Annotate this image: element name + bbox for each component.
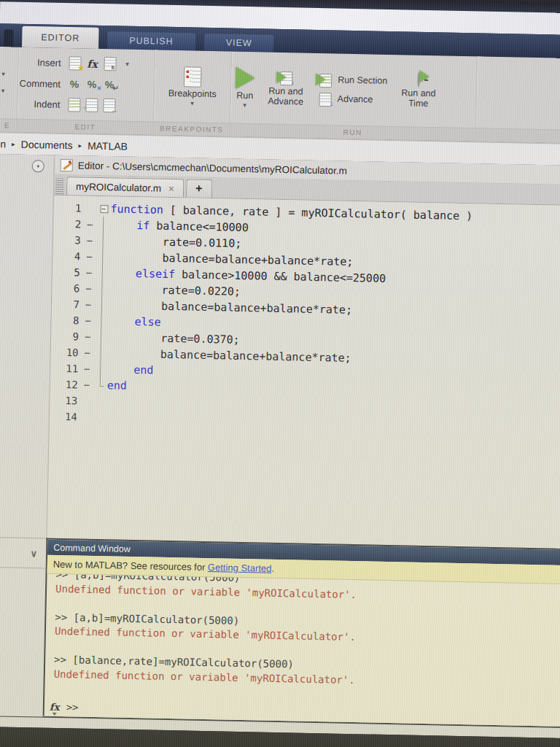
code-text: end — [107, 363, 154, 376]
line-number: 5 — [52, 266, 86, 279]
toolbar-group-edit: Insert ★ fx fi ▾ — [18, 47, 155, 135]
panel-collapse-row: ∨ — [0, 538, 47, 569]
fold-marker — [93, 393, 106, 409]
document-tab-label: myROICalculator.m — [76, 181, 161, 193]
indent-right-button[interactable]: → — [82, 98, 100, 112]
breakpoint-gutter[interactable]: − — [85, 315, 95, 327]
breadcrumb-segment[interactable]: n — [0, 138, 6, 150]
new-document-tab-button[interactable]: + — [186, 179, 212, 198]
insert-function-button[interactable]: fx — [83, 58, 101, 69]
breakpoint-gutter[interactable]: − — [87, 219, 97, 231]
fold-marker — [96, 265, 109, 281]
wrap-comments-button[interactable]: % ↵ — [101, 79, 118, 90]
breakpoints-button[interactable]: Breakpoints — [168, 88, 217, 98]
fi-icon: fi — [112, 65, 114, 70]
fold-marker — [97, 217, 110, 233]
editor-title: Editor - C:\Users\cmcmechan\Documents\my… — [78, 160, 347, 176]
toolbar-group-run: Run ▾ ↓ Run and Advance — [230, 52, 478, 142]
breakpoint-gutter[interactable]: − — [84, 379, 94, 391]
keyword-token: else — [134, 315, 160, 329]
breadcrumb-segment-documents[interactable]: Documents — [21, 138, 73, 150]
tab-editor[interactable]: EDITOR — [22, 26, 99, 49]
breakpoint-gutter[interactable]: − — [85, 331, 95, 343]
insert-label: Insert — [18, 57, 61, 69]
breakpoint-gutter[interactable]: − — [85, 283, 96, 295]
insert-comment-button[interactable]: ★ — [66, 56, 83, 70]
return-arrow-icon: ↵ — [112, 85, 119, 92]
code-text: if balance<=10000 — [110, 218, 249, 234]
run-section-label: Run Section — [338, 75, 387, 86]
dropdown-icon[interactable]: ▾ — [1, 71, 18, 77]
breakpoint-gutter[interactable]: − — [86, 251, 96, 263]
code-editor[interactable]: 1function [ balance, rate ] = myROICalcu… — [47, 196, 560, 549]
run-and-advance-icon: ↓ — [278, 70, 294, 85]
tab-publish[interactable]: PUBLISH — [107, 31, 195, 50]
comment-row: Comment % % × % ↵ — [18, 74, 154, 95]
banner-text: New to MATLAB? See resources for — [53, 559, 208, 573]
fold-marker — [93, 409, 106, 425]
breakpoint-gutter[interactable]: − — [84, 347, 94, 359]
run-and-advance-button[interactable]: ↓ Run and Advance — [264, 70, 307, 107]
fold-marker — [97, 233, 110, 249]
left-arrow-icon: ← — [111, 107, 118, 114]
indent-left-button[interactable]: ← — [100, 98, 117, 112]
line-number: 10 — [50, 347, 84, 359]
advance-icon: ↓ — [316, 91, 332, 106]
run-section-button[interactable]: Run Section — [317, 72, 387, 88]
fx-prompt-icon: fx — [50, 701, 60, 713]
dropdown-icon[interactable]: ▾ — [190, 100, 194, 107]
line-number: 11 — [50, 363, 84, 375]
document-tab[interactable]: myROICalculator.m × — [66, 177, 184, 197]
breadcrumb-segment-matlab[interactable]: MATLAB — [88, 139, 128, 152]
run-and-time-icon — [417, 74, 420, 87]
command-window-output[interactable]: >> [a,b]=myROICalculator(5000)Undefined … — [44, 574, 560, 708]
comment-button[interactable]: % — [66, 78, 83, 90]
keyword-token: if — [136, 219, 149, 232]
breakpoint-gutter[interactable]: − — [84, 363, 94, 375]
indent-label: Indent — [18, 98, 60, 110]
tab-view[interactable]: VIEW — [203, 34, 273, 53]
insert-section-button[interactable]: fi — [101, 57, 118, 71]
uncomment-button[interactable]: % × — [83, 79, 101, 90]
run-label: Run — [236, 90, 253, 100]
breadcrumb-separator-icon: ▸ — [12, 140, 15, 147]
breakpoint-gutter[interactable]: − — [87, 235, 97, 247]
panel-menu-button[interactable]: ▾ — [32, 160, 44, 172]
line-number: 1 — [53, 202, 87, 214]
indent-row: Indent → ← — [18, 95, 153, 115]
page-icon — [68, 98, 80, 112]
line-number: 13 — [50, 395, 83, 407]
fold-marker — [94, 361, 107, 377]
tab-drag-handle[interactable] — [55, 178, 63, 195]
section-label-cut: E — [0, 118, 17, 132]
fold-marker — [96, 297, 109, 313]
dropdown-icon: ▾ — [243, 101, 246, 108]
line-number: 12 — [50, 379, 84, 391]
toolbar-filler — [476, 56, 560, 143]
line-number: 7 — [52, 298, 85, 311]
run-button[interactable]: Run ▾ — [235, 66, 254, 109]
keyword-token: end — [107, 379, 127, 392]
dropdown-icon[interactable]: ▾ — [1, 88, 18, 94]
breadcrumb-separator-icon: ▸ — [78, 142, 82, 149]
section-label-edit: EDIT — [18, 119, 153, 135]
right-arrow-icon: → — [80, 103, 88, 110]
fold-marker[interactable] — [97, 201, 110, 217]
advance-button[interactable]: ↓ Advance — [316, 91, 386, 107]
fold-marker — [94, 345, 107, 361]
fold-marker — [96, 281, 109, 297]
code-text: else — [108, 314, 161, 328]
breakpoint-gutter[interactable]: − — [86, 267, 96, 279]
run-and-time-button[interactable]: Run and Time — [397, 73, 440, 109]
line-number: 4 — [52, 250, 86, 263]
editor-panel: Editor - C:\Users\cmcmechan\Documents\my… — [47, 155, 560, 549]
breakpoints-icon[interactable] — [184, 66, 202, 87]
toolbar-group-breakpoints: Breakpoints ▾ BREAKPOINTS — [154, 50, 232, 136]
breakpoint-gutter[interactable]: − — [85, 299, 96, 311]
insert-dropdown[interactable]: ▾ — [118, 61, 136, 67]
collapse-chevron-icon[interactable]: ∨ — [30, 548, 37, 559]
close-icon[interactable]: × — [168, 182, 174, 193]
ribbon-toolbar: ▾ ▾ E Insert ★ fx — [0, 47, 560, 144]
left-panel-bottom: ∨ — [0, 537, 47, 717]
getting-started-link[interactable]: Getting Started — [208, 562, 272, 574]
